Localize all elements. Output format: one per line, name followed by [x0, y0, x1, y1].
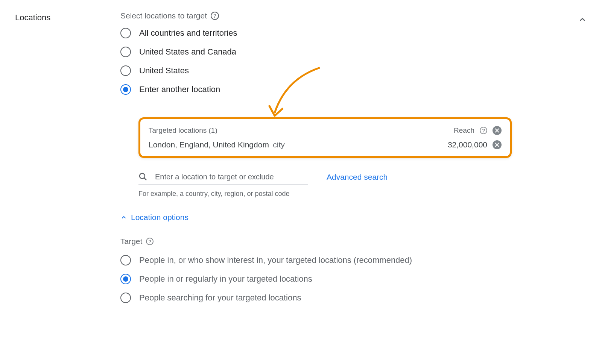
close-icon [495, 143, 499, 147]
radio-target-regularly-in[interactable]: People in or regularly in your targeted … [120, 274, 512, 284]
close-icon [495, 128, 499, 133]
location-search-input[interactable] [155, 173, 308, 181]
help-icon[interactable]: ? [211, 12, 219, 20]
radio-us[interactable]: United States [120, 65, 512, 76]
radio-label: People in or regularly in your targeted … [139, 274, 312, 284]
help-icon[interactable]: ? [146, 238, 154, 245]
chevron-up-icon [578, 15, 587, 24]
reach-label: Reach [454, 126, 474, 135]
search-example-text: For example, a country, city, region, or… [138, 190, 512, 198]
target-header: Target [120, 237, 142, 246]
radio-target-searching[interactable]: People searching for your targeted locat… [120, 293, 512, 303]
help-icon[interactable]: ? [480, 127, 487, 134]
svg-line-1 [144, 178, 146, 180]
radio-all-countries[interactable]: All countries and territories [120, 28, 512, 38]
radio-label: United States [139, 66, 189, 76]
advanced-search-link[interactable]: Advanced search [327, 173, 388, 182]
radio-enter-another[interactable]: Enter another location [120, 84, 512, 95]
location-radio-group: All countries and territories United Sta… [120, 28, 512, 95]
section-title: Locations [15, 11, 105, 303]
location-options-toggle[interactable]: Location options [120, 213, 512, 222]
radio-label: People searching for your targeted locat… [139, 293, 301, 303]
location-type: city [273, 140, 285, 149]
location-search-field[interactable] [138, 169, 308, 185]
search-icon [138, 172, 147, 181]
chevron-up-icon [120, 214, 127, 221]
radio-target-interest[interactable]: People in, or who show interest in, your… [120, 255, 512, 265]
radio-us-canada[interactable]: United States and Canada [120, 47, 512, 57]
radio-label: Enter another location [139, 85, 220, 94]
radio-button[interactable] [120, 47, 131, 57]
collapse-section-button[interactable] [578, 15, 587, 26]
radio-button[interactable] [120, 293, 131, 303]
targeted-locations-box: Targeted locations (1) Reach ? London, E… [138, 117, 512, 158]
targeted-locations-header: Targeted locations (1) [149, 126, 217, 135]
target-radio-group: People in, or who show interest in, your… [120, 255, 512, 303]
radio-label: People in, or who show interest in, your… [139, 255, 412, 265]
remove-all-button[interactable] [493, 126, 502, 135]
radio-button[interactable] [120, 28, 131, 38]
radio-button[interactable] [120, 255, 131, 265]
svg-point-0 [140, 173, 145, 179]
location-name: London, England, United Kingdom [149, 140, 269, 149]
remove-location-button[interactable] [493, 140, 502, 149]
radio-button[interactable] [120, 65, 131, 76]
radio-label: All countries and territories [139, 28, 237, 38]
reach-value: 32,000,000 [448, 140, 487, 149]
radio-label: United States and Canada [139, 47, 236, 57]
subheader-text: Select locations to target [120, 11, 207, 20]
location-options-label: Location options [131, 213, 189, 222]
radio-button[interactable] [120, 274, 131, 284]
radio-button[interactable] [120, 84, 131, 95]
